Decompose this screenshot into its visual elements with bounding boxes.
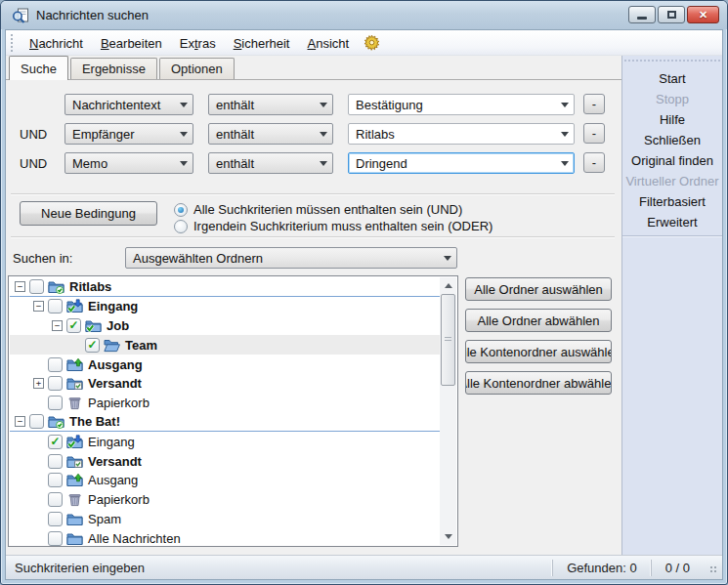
condition-value-combo[interactable]: Bestätigung (348, 94, 575, 115)
tree-row[interactable]: −Ritlabs (10, 277, 440, 297)
sidebar-action-original-finden[interactable]: Original finden (622, 150, 722, 171)
tree-row[interactable]: Versandt (10, 451, 440, 471)
condition-operator-select[interactable]: enthält (208, 152, 333, 174)
status-message: Suchkriterien eingeben (6, 561, 552, 575)
folder-checkbox[interactable] (48, 396, 63, 410)
condition-field-select-value: Empfänger (65, 127, 175, 142)
tab-optionen[interactable]: Optionen (159, 58, 235, 79)
search-in-label: Suchen in: (13, 251, 72, 266)
tree-row[interactable]: Alle Nachrichten (10, 528, 440, 547)
collapse-icon[interactable]: − (15, 281, 25, 292)
folder-checkbox[interactable] (48, 357, 63, 372)
sidebar-action-start[interactable]: Start (622, 68, 722, 89)
folder-checkbox[interactable] (48, 376, 63, 391)
scroll-up-icon[interactable] (440, 277, 456, 293)
condition-value-combo[interactable]: Dringend (348, 152, 575, 174)
status-pages: 0 / 0 (651, 560, 704, 576)
menubar-grip[interactable] (10, 34, 15, 52)
resize-grip[interactable] (704, 560, 720, 576)
maximize-icon (667, 11, 676, 19)
select-all-folders-button[interactable]: Alle Ordner auswählen (465, 277, 612, 301)
tree-row[interactable]: −The Bat! (10, 413, 440, 433)
remove-condition-button[interactable]: - (583, 123, 605, 144)
menu-extras[interactable]: Extras (171, 33, 225, 54)
sidebar-action-schlie-en[interactable]: Schließen (622, 130, 722, 150)
tree-item-label: Papierkorb (88, 396, 150, 410)
sidebar-action-erweitert[interactable]: Erweitert (622, 212, 722, 232)
condition-operator-select-value: enthält (209, 156, 315, 171)
gear-icon[interactable] (364, 34, 380, 51)
folder-checkbox[interactable] (48, 531, 63, 546)
tree-row[interactable]: −✓Job (10, 316, 440, 336)
menu-sicherheit[interactable]: Sicherheit (225, 33, 299, 54)
search-messages-window: Nachrichten suchen ✕ NachrichtBearbeiten… (0, 0, 728, 585)
condition-value-combo[interactable]: Ritlabs (348, 123, 575, 145)
sidebar-action-hilfe[interactable]: Hilfe (622, 109, 722, 130)
collapse-icon[interactable]: − (15, 416, 25, 427)
tree-item-label: Eingang (88, 435, 135, 449)
radio-and[interactable]: Alle Suchkriterien müssen enthalten sein… (174, 202, 462, 217)
tree-row[interactable]: ✓Team (10, 335, 440, 355)
scroll-thumb[interactable] (441, 294, 455, 386)
sidebar-action-filterbasiert[interactable]: Filterbasiert (622, 191, 722, 212)
tree-row[interactable]: +Versandt (10, 374, 440, 394)
chevron-down-icon (315, 99, 332, 111)
remove-condition-button[interactable]: - (583, 94, 605, 114)
folder-checkbox[interactable] (48, 492, 63, 507)
statusbar: Suchkriterien eingeben Gefunden: 0 0 / 0 (6, 555, 722, 579)
inbox-icon (66, 299, 83, 313)
minimize-button[interactable] (628, 6, 656, 23)
folder-checkbox[interactable] (48, 299, 63, 313)
menu-ansicht[interactable]: Ansicht (298, 33, 358, 54)
tab-strip: SucheErgebnisseOptionen (6, 56, 621, 80)
remove-condition-button[interactable]: - (583, 152, 605, 173)
folder-icon (66, 512, 83, 526)
condition-field-select[interactable]: Memo (64, 152, 193, 174)
condition-field-select[interactable]: Nachrichtentext (64, 94, 193, 115)
tree-row[interactable]: Spam (10, 510, 440, 529)
tree-row[interactable]: Ausgang (10, 355, 440, 374)
collapse-icon[interactable]: − (52, 320, 63, 331)
folder-checkbox[interactable]: ✓ (66, 318, 81, 333)
sidebar-grip[interactable] (624, 59, 720, 63)
deselect-all-account-folders-button[interactable]: Alle Kontenordner abwählen (465, 371, 612, 395)
folder-checkbox[interactable] (48, 512, 63, 526)
deselect-all-folders-button[interactable]: Alle Ordner abwählen (465, 309, 612, 332)
select-all-account-folders-button[interactable]: Alle Kontenordner auswählen (465, 340, 612, 363)
tree-scrollbar[interactable] (440, 277, 456, 545)
tree-row[interactable]: ✓Eingang (10, 432, 440, 451)
menu-nachricht[interactable]: Nachricht (21, 33, 92, 54)
new-condition-button[interactable]: Neue Bedingung (20, 201, 157, 226)
tab-suche[interactable]: Suche (9, 56, 68, 80)
condition-operator-select[interactable]: enthält (208, 94, 333, 115)
tree-row[interactable]: Papierkorb (10, 490, 440, 510)
menu-bearbeiten[interactable]: Bearbeiten (92, 33, 171, 54)
chevron-down-icon (556, 128, 574, 141)
tree-item-label: Ritlabs (69, 279, 111, 294)
sent-icon (66, 454, 83, 469)
folder-checkbox[interactable] (48, 473, 63, 487)
expand-icon[interactable]: + (33, 378, 44, 389)
outbox-icon (66, 473, 83, 487)
radio-or[interactable]: Irgendein Suchkriterium muss enthalten s… (174, 219, 492, 233)
folder-checkbox[interactable] (29, 414, 44, 429)
chevron-down-icon (315, 157, 332, 170)
titlebar[interactable]: Nachrichten suchen ✕ (1, 1, 727, 29)
tree-row[interactable]: −Eingang (10, 297, 440, 316)
close-icon: ✕ (699, 9, 707, 21)
folder-checkbox[interactable]: ✓ (48, 435, 63, 449)
condition-operator-select[interactable]: enthält (208, 123, 333, 145)
tab-ergebnisse[interactable]: Ergebnisse (70, 58, 157, 79)
folder-checkbox[interactable] (48, 454, 63, 469)
search-in-select[interactable]: Ausgewählten Ordnern (125, 247, 457, 269)
condition-field-select[interactable]: Empfänger (64, 123, 193, 145)
collapse-icon[interactable]: − (33, 301, 44, 312)
scroll-down-icon[interactable] (440, 529, 456, 545)
close-button[interactable]: ✕ (687, 6, 719, 23)
maximize-button[interactable] (658, 6, 685, 23)
sidebar-separator (622, 235, 722, 237)
folder-checkbox[interactable]: ✓ (85, 338, 100, 353)
tree-row[interactable]: Papierkorb (10, 394, 440, 413)
folder-checkbox[interactable] (29, 279, 44, 294)
tree-row[interactable]: Ausgang (10, 471, 440, 490)
